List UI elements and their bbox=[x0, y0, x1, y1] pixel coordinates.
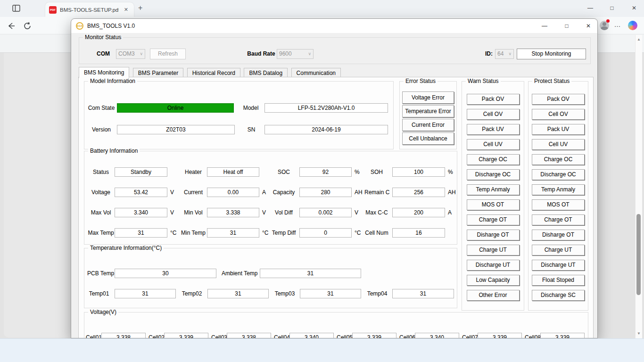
protect-status-button[interactable]: MOS OT bbox=[532, 199, 585, 210]
stop-monitoring-button[interactable]: Stop Monitoring bbox=[517, 49, 586, 59]
field-label: Cell Num bbox=[364, 228, 389, 238]
temp04-value: 31 bbox=[392, 289, 454, 298]
browser-tab[interactable]: PDF BMS-TOOLS-SETUP.pdf ✕ bbox=[45, 2, 134, 17]
refresh-button[interactable]: Refresh bbox=[150, 49, 186, 59]
error-status-button[interactable]: Cell Unbalance bbox=[402, 132, 454, 145]
cell-label: Cell01 bbox=[86, 333, 101, 338]
field-label: Current bbox=[181, 188, 206, 197]
field-label: Max Temp bbox=[88, 228, 114, 238]
field-label: Temp Diff bbox=[271, 228, 297, 238]
protect-status-button[interactable]: Float Stoped bbox=[532, 275, 585, 286]
warn-status-button[interactable]: MOS OT bbox=[467, 199, 520, 210]
warn-status-button[interactable]: Charge OT bbox=[467, 214, 520, 225]
warn-status-button[interactable]: Pack UV bbox=[467, 124, 520, 135]
field-unit: AH bbox=[448, 188, 459, 197]
app-close-button[interactable]: ✕ bbox=[578, 19, 598, 33]
warn-status-button[interactable]: Temp Anmaly bbox=[467, 184, 520, 195]
tab-actions-icon[interactable] bbox=[12, 5, 21, 12]
cell-label: Cell03 bbox=[211, 333, 227, 338]
cell-voltage-value: 3.340 bbox=[415, 333, 459, 338]
cell-voltage-value: 3.339 bbox=[540, 333, 585, 338]
app-minimize-button[interactable]: — bbox=[535, 19, 554, 33]
cell-voltage-value: 3.338 bbox=[101, 333, 146, 338]
warn-status-button[interactable]: Pack OV bbox=[467, 94, 520, 105]
monitoring-panel: Model Information Com State Online Model… bbox=[78, 77, 594, 338]
browser-minimize-button[interactable]: — bbox=[583, 3, 597, 13]
scroll-down-icon[interactable]: ▼ bbox=[636, 331, 642, 337]
battery-information-group: Battery Information StatusStandby Heater… bbox=[84, 151, 457, 245]
app-title: BMS_TOOLS V1.0 bbox=[87, 23, 135, 29]
version-value: Z02T03 bbox=[117, 125, 235, 134]
browser-close-button[interactable]: ✕ bbox=[627, 3, 641, 13]
protect-status-button[interactable]: Discharge SC bbox=[532, 290, 585, 301]
warn-status-button[interactable]: Cell UV bbox=[467, 139, 520, 150]
copilot-icon[interactable] bbox=[628, 21, 637, 30]
warn-status-button[interactable]: Charge OC bbox=[467, 154, 520, 165]
temp01-label: Temp01 bbox=[88, 289, 110, 298]
voltage-label: Voltage(V) bbox=[88, 309, 118, 315]
scroll-up-icon[interactable]: ▲ bbox=[636, 37, 642, 42]
error-status-label: Error Status bbox=[404, 78, 438, 84]
error-status-button[interactable]: Voltage Error bbox=[402, 91, 454, 104]
protect-status-button[interactable]: Cell OV bbox=[532, 109, 585, 120]
battery-row: Voltage53.42V Current0.00A Capacity280AH… bbox=[84, 188, 457, 197]
cell-voltage-value: 3.339 bbox=[352, 333, 396, 338]
field-value: Heat off bbox=[207, 167, 259, 177]
temperature-information-label: Temperature Information(°C) bbox=[88, 245, 164, 251]
protect-status-button[interactable]: Charge OC bbox=[532, 154, 585, 165]
field-label: Capacity bbox=[271, 188, 297, 197]
warn-status-button[interactable]: Charge UT bbox=[467, 245, 520, 255]
protect-status-button[interactable]: Disharge OT bbox=[532, 230, 585, 240]
warn-status-button[interactable]: Other Error bbox=[467, 290, 520, 301]
browser-menu-icon[interactable]: … bbox=[612, 19, 623, 31]
app-titlebar[interactable]: EG4 BMS_TOOLS V1.0 — □ ✕ bbox=[71, 19, 597, 33]
error-status-button[interactable]: Temperature Error bbox=[402, 105, 454, 117]
model-information-label: Model Information bbox=[88, 78, 137, 84]
warn-status-button[interactable]: Discharge OC bbox=[467, 169, 520, 180]
tab-close-icon[interactable]: ✕ bbox=[122, 6, 130, 14]
voltage-group: Voltage(V) Cell01 3.338 Cell02 3.339 Cel… bbox=[84, 312, 588, 338]
protect-status-button[interactable]: Discharge UT bbox=[532, 260, 585, 271]
battery-row: Max Temp31°C Min Temp31°C Temp Diff0°C C… bbox=[84, 228, 457, 238]
protect-status-button[interactable]: Cell UV bbox=[532, 139, 585, 150]
scrollbar-thumb[interactable] bbox=[636, 214, 641, 295]
protect-status-button[interactable]: Temp Anmaly bbox=[532, 184, 585, 195]
refresh-icon[interactable] bbox=[23, 21, 32, 31]
warn-status-button[interactable]: Cell OV bbox=[467, 109, 520, 120]
back-icon[interactable] bbox=[7, 21, 16, 31]
temperature-information-group: Temperature Information(°C) PCB Temp 30 … bbox=[84, 248, 457, 308]
app-maximize-button[interactable]: □ bbox=[557, 19, 577, 33]
field-value: 31 bbox=[115, 228, 167, 238]
warn-status-button[interactable]: Low Capacity bbox=[467, 275, 520, 286]
protect-status-button[interactable]: Charge OT bbox=[532, 214, 585, 225]
baud-rate-select[interactable]: 9600∨ bbox=[277, 49, 314, 59]
field-label: Heater bbox=[181, 167, 206, 177]
warn-status-button[interactable]: Discharge UT bbox=[467, 260, 520, 271]
baud-rate-label: Baud Rate bbox=[247, 49, 275, 58]
field-label: Status bbox=[88, 167, 114, 177]
field-label: Max Vol bbox=[88, 208, 114, 217]
com-state-value: Online bbox=[117, 103, 234, 113]
protect-status-button[interactable]: Discharge OC bbox=[532, 169, 585, 180]
field-value: 3.338 bbox=[207, 208, 259, 217]
warn-status-button[interactable]: Disharge OT bbox=[467, 230, 520, 240]
field-label: SOC bbox=[271, 167, 297, 177]
battery-row: StatusStandby HeaterHeat off SOC92% SOH1… bbox=[84, 167, 457, 177]
protect-status-button[interactable]: Charge UT bbox=[532, 245, 585, 255]
field-label: Min Temp bbox=[181, 228, 206, 238]
new-tab-button[interactable]: + bbox=[138, 4, 142, 12]
browser-restore-button[interactable]: □ bbox=[605, 3, 619, 13]
id-select[interactable]: 64∨ bbox=[495, 49, 514, 59]
com-port-select[interactable]: COM3∨ bbox=[116, 49, 145, 59]
tab-bms-monitoring[interactable]: BMS Monitoring bbox=[79, 67, 129, 78]
cell-label: Cell05 bbox=[337, 333, 352, 338]
ambient-temp-value: 31 bbox=[260, 269, 361, 278]
protect-status-button[interactable]: Pack UV bbox=[532, 124, 585, 135]
pdf-file-icon: PDF bbox=[49, 6, 57, 14]
field-value: 256 bbox=[392, 188, 445, 197]
model-value: LFP-51.2V280Ah-V1.0 bbox=[264, 103, 388, 113]
id-label: ID: bbox=[484, 49, 494, 58]
protect-status-button[interactable]: Pack OV bbox=[532, 94, 585, 105]
error-status-button[interactable]: Current Error bbox=[402, 119, 454, 131]
field-value: 200 bbox=[392, 208, 445, 217]
